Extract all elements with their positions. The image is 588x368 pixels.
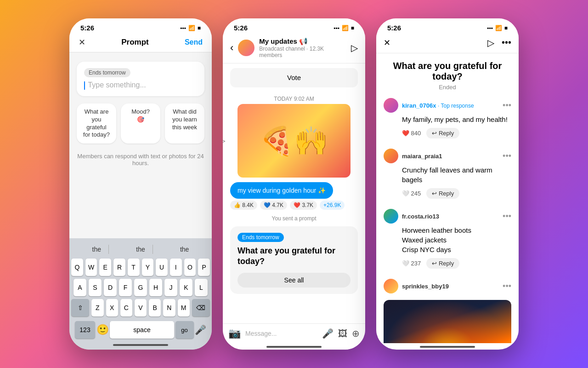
members-note: Members can respond with text or photos … xyxy=(77,153,204,167)
pizza-image-container: 🍕🙌 ▷ xyxy=(230,104,358,178)
emoji-key[interactable]: 🙂 xyxy=(96,324,109,336)
suggestion-3[interactable]: the xyxy=(173,245,196,254)
channel-info: My updates 📢 Broadcast channel · 12.3K m… xyxy=(259,37,346,58)
key-j[interactable]: J xyxy=(164,279,177,296)
key-b[interactable]: B xyxy=(149,299,161,316)
username-1[interactable]: kiran_0706x · Top response xyxy=(402,102,474,109)
suggestion-2[interactable]: the xyxy=(129,245,153,254)
suggestion-chips: What are you grateful for today? Mood? 🎯… xyxy=(77,104,204,144)
reply-button-2[interactable]: ↩ Reply xyxy=(426,188,459,199)
prompt-input-area[interactable]: Type something... xyxy=(84,81,197,90)
share-icon[interactable]: ▷ xyxy=(487,37,494,48)
key-l[interactable]: L xyxy=(195,279,208,296)
mic-icon[interactable]: 🎤 xyxy=(322,328,334,339)
like-button-1[interactable]: ❤️ 840 xyxy=(402,130,421,137)
back-button[interactable]: ‹ xyxy=(230,42,233,54)
suggestion-1[interactable]: the xyxy=(85,245,109,254)
go-key[interactable]: go xyxy=(175,321,194,339)
message-bar: 📷 Message... 🎤 🖼 ⊕ xyxy=(223,323,365,343)
username-2[interactable]: maiara_praia1 xyxy=(402,153,442,160)
text-cursor xyxy=(84,81,85,90)
response-user-4: sprinkles_bby19 xyxy=(384,279,449,293)
key-z[interactable]: Z xyxy=(91,299,103,316)
vote-card[interactable]: Vote xyxy=(230,68,358,87)
message-bubble: my view during golden hour ✨ xyxy=(230,182,333,199)
key-t[interactable]: T xyxy=(128,259,140,276)
see-all-button[interactable]: See all xyxy=(237,273,351,288)
reaction-more[interactable]: +26.9K xyxy=(320,201,345,210)
key-i[interactable]: I xyxy=(170,259,182,276)
username-4[interactable]: sprinkles_bby19 xyxy=(402,283,449,290)
chip-learn[interactable]: What did you learn this week xyxy=(165,104,204,144)
vote-button[interactable]: Vote xyxy=(287,74,301,81)
more-button-1[interactable]: ••• xyxy=(503,101,511,110)
reply-button-1[interactable]: ↩ Reply xyxy=(426,128,459,138)
camera-icon[interactable]: 📷 xyxy=(228,328,241,339)
close-icon[interactable]: ✕ xyxy=(79,37,85,47)
response-2: maiara_praia1 ••• Crunchy fall leaves an… xyxy=(376,143,519,203)
chip-mood[interactable]: Mood? 🎯 xyxy=(121,104,160,144)
more-icon[interactable]: ••• xyxy=(502,37,511,48)
reaction-thumbs[interactable]: 👍 8.4K xyxy=(230,201,257,210)
timestamp: TODAY 9:02 AM xyxy=(223,96,365,102)
add-icon[interactable]: ⊕ xyxy=(352,328,360,339)
like-button-2[interactable]: 🤍 245 xyxy=(402,190,421,197)
reaction-heart-red[interactable]: ❤️ 3.7K xyxy=(290,201,317,210)
prompt-placeholder: Type something... xyxy=(88,81,146,89)
send-icon[interactable]: ▷ xyxy=(351,42,358,53)
key-n[interactable]: N xyxy=(163,299,175,316)
close-icon-3[interactable]: ✕ xyxy=(384,38,390,48)
broadcast-content: Vote TODAY 9:02 AM 🍕🙌 ▷ my view during g… xyxy=(223,63,365,323)
more-button-2[interactable]: ••• xyxy=(503,151,511,161)
pizza-image: 🍕🙌 xyxy=(237,104,351,178)
like-button-3[interactable]: 🤍 237 xyxy=(402,260,421,267)
key-m[interactable]: M xyxy=(178,299,190,316)
forward-icon[interactable]: ▷ xyxy=(223,137,226,145)
header-icons: ▷ ••• xyxy=(487,37,511,48)
delete-key[interactable]: ⌫ xyxy=(192,299,210,316)
mic-key[interactable]: 🎤 xyxy=(195,324,206,335)
key-w[interactable]: W xyxy=(85,259,97,276)
response-text-2: Crunchy fall leaves and warm bagels xyxy=(402,165,511,184)
key-p[interactable]: P xyxy=(198,259,210,276)
space-key[interactable]: space xyxy=(110,321,174,339)
prompt-sent-label: You sent a prompt xyxy=(223,215,365,222)
prompt-input-card[interactable]: Ends tomorrow Type something... xyxy=(77,62,204,96)
key-d[interactable]: D xyxy=(104,279,117,296)
key-e[interactable]: E xyxy=(99,259,111,276)
signal-icon: ▪▪▪ xyxy=(180,25,186,31)
key-s[interactable]: S xyxy=(89,279,102,296)
key-r[interactable]: R xyxy=(113,259,125,276)
message-input[interactable]: Message... xyxy=(245,330,317,337)
key-c[interactable]: C xyxy=(120,299,132,316)
key-f[interactable]: F xyxy=(119,279,132,296)
home-indicator-1 xyxy=(71,341,210,348)
key-g[interactable]: G xyxy=(134,279,147,296)
reaction-heart-blue[interactable]: 💙 4.7K xyxy=(260,201,287,210)
response-actions-2: 🤍 245 ↩ Reply xyxy=(402,188,511,199)
prompt-header: ✕ Prompt Send xyxy=(69,34,212,52)
key-x[interactable]: X xyxy=(106,299,118,316)
reply-button-3[interactable]: ↩ Reply xyxy=(426,258,459,269)
more-button-3[interactable]: ••• xyxy=(503,212,511,221)
key-u[interactable]: U xyxy=(156,259,168,276)
key-a[interactable]: A xyxy=(74,279,86,296)
send-button[interactable]: Send xyxy=(185,38,203,46)
responses-content: What are you grateful for today? Ended k… xyxy=(376,53,519,343)
home-bar-3 xyxy=(420,346,475,348)
more-button-4[interactable]: ••• xyxy=(503,282,511,291)
key-h[interactable]: H xyxy=(149,279,162,296)
phone-3: 5:26 ▪▪▪ 📶 ■ ✕ ▷ ••• What are you gratef… xyxy=(376,18,519,350)
key-q[interactable]: Q xyxy=(71,259,83,276)
channel-name: My updates 📢 xyxy=(259,37,346,46)
key-o[interactable]: O xyxy=(184,259,196,276)
battery-icon-3: ■ xyxy=(504,25,508,31)
key-k[interactable]: K xyxy=(180,279,192,296)
image-icon[interactable]: 🖼 xyxy=(338,328,347,339)
numbers-key[interactable]: 123 xyxy=(75,321,95,339)
username-3[interactable]: fr.costa.rio13 xyxy=(402,213,439,220)
chip-grateful[interactable]: What are you grateful for today? xyxy=(77,104,116,144)
shift-key[interactable]: ⇧ xyxy=(71,299,89,316)
key-y[interactable]: Y xyxy=(142,259,154,276)
key-v[interactable]: V xyxy=(135,299,147,316)
